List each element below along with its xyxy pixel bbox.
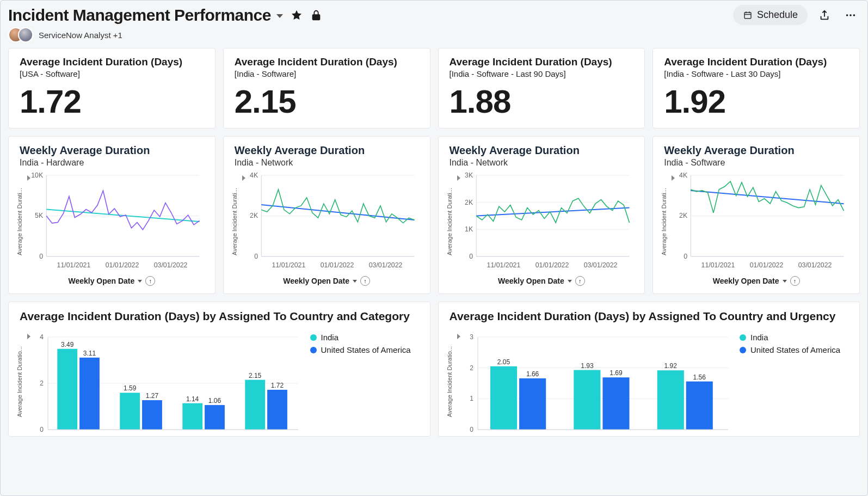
svg-text:1.92: 1.92 bbox=[664, 362, 677, 370]
mini-chart-area: Average Incident Durati... 02K4K 11/01/2… bbox=[235, 171, 419, 272]
expand-icon[interactable] bbox=[27, 175, 30, 181]
svg-rect-88 bbox=[686, 382, 712, 430]
kpi-title: Average Incident Duration (Days) bbox=[235, 56, 419, 68]
kpi-card[interactable]: Average Incident Duration (Days) [India … bbox=[223, 48, 430, 128]
svg-point-1 bbox=[846, 14, 848, 16]
page-title: Incident Management Performance bbox=[8, 6, 271, 25]
wide-chart-title: Average Incident Duration (Days) by Assi… bbox=[20, 310, 419, 323]
svg-point-3 bbox=[853, 14, 855, 16]
sort-asc-icon[interactable]: ↑ bbox=[575, 276, 585, 286]
legend-dot bbox=[740, 347, 746, 353]
svg-rect-57 bbox=[57, 349, 77, 430]
kpi-card[interactable]: Average Incident Duration (Days) [India … bbox=[438, 48, 645, 128]
mini-chart-area: Average Incident Durati... 05K10K 11/01/… bbox=[20, 171, 204, 272]
share-icon bbox=[818, 9, 830, 21]
share-button[interactable] bbox=[815, 6, 834, 25]
mini-chart-title: Weekly Average Duration bbox=[450, 144, 634, 157]
mini-chart-area: Average Incident Durati... 01K2K3K 11/01… bbox=[450, 171, 634, 272]
expand-icon[interactable] bbox=[242, 175, 245, 181]
mini-chart-card[interactable]: Weekly Average Duration India - Hardware… bbox=[8, 136, 216, 294]
lock-icon[interactable] bbox=[310, 9, 322, 21]
expand-icon[interactable] bbox=[457, 175, 460, 181]
wide-chart-card[interactable]: Average Incident Duration (Days) by Assi… bbox=[8, 302, 430, 437]
analyst-label: ServiceNow Analyst +1 bbox=[39, 30, 122, 40]
svg-rect-87 bbox=[602, 377, 629, 430]
svg-text:2: 2 bbox=[40, 379, 44, 387]
kpi-subtitle: [India - Software - Last 30 Days] bbox=[664, 69, 848, 78]
ellipsis-icon bbox=[845, 9, 857, 21]
svg-text:03/01/2022: 03/01/2022 bbox=[154, 261, 188, 269]
kpi-subtitle: [India - Software - Last 90 Days] bbox=[450, 69, 634, 78]
x-axis-label[interactable]: Weekly Open Date bbox=[68, 277, 134, 285]
wide-chart-card[interactable]: Average Incident Duration (Days) by Assi… bbox=[438, 302, 860, 437]
x-axis-label[interactable]: Weekly Open Date bbox=[498, 277, 564, 285]
legend-item[interactable]: India bbox=[740, 333, 848, 342]
mini-chart-footer: Weekly Open Date ↑ bbox=[20, 272, 204, 286]
svg-text:1.06: 1.06 bbox=[208, 397, 221, 405]
legend: IndiaUnited States of America bbox=[305, 327, 419, 436]
svg-text:0: 0 bbox=[254, 253, 258, 260]
mini-chart-title: Weekly Average Duration bbox=[664, 144, 848, 157]
kpi-card[interactable]: Average Incident Duration (Days) [USA - … bbox=[8, 48, 216, 128]
svg-point-2 bbox=[849, 14, 852, 16]
expand-icon[interactable] bbox=[27, 334, 30, 339]
star-icon[interactable] bbox=[291, 9, 303, 21]
svg-rect-64 bbox=[267, 390, 287, 430]
svg-text:10K: 10K bbox=[31, 172, 43, 179]
svg-text:2.05: 2.05 bbox=[497, 358, 510, 366]
x-axis-label[interactable]: Weekly Open Date bbox=[713, 277, 779, 285]
wide-chart-title: Average Incident Duration (Days) by Assi… bbox=[450, 310, 849, 323]
mini-chart-area: Average Incident Durati... 02K4K 11/01/2… bbox=[664, 171, 848, 272]
mini-chart-footer: Weekly Open Date ↑ bbox=[450, 272, 634, 286]
wide-chart-row: Average Incident Duration (Days) by Assi… bbox=[1, 302, 867, 444]
legend-item[interactable]: United States of America bbox=[740, 345, 848, 354]
legend-item[interactable]: United States of America bbox=[310, 345, 419, 354]
svg-text:1: 1 bbox=[470, 395, 473, 402]
title-dropdown[interactable]: Incident Management Performance bbox=[8, 6, 283, 25]
x-axis-label[interactable]: Weekly Open Date bbox=[283, 277, 349, 285]
svg-rect-83 bbox=[490, 366, 517, 430]
mini-chart-card[interactable]: Weekly Average Duration India - Software… bbox=[652, 136, 860, 294]
legend-dot bbox=[310, 347, 317, 353]
svg-text:3: 3 bbox=[470, 333, 473, 341]
svg-rect-84 bbox=[574, 370, 600, 430]
chevron-down-icon bbox=[783, 280, 787, 283]
kpi-card[interactable]: Average Incident Duration (Days) [India … bbox=[652, 48, 860, 128]
expand-icon[interactable] bbox=[672, 175, 675, 181]
kpi-title: Average Incident Duration (Days) bbox=[664, 56, 848, 68]
svg-text:3.49: 3.49 bbox=[61, 341, 74, 348]
svg-text:01/01/2022: 01/01/2022 bbox=[750, 261, 784, 269]
svg-text:03/01/2022: 03/01/2022 bbox=[368, 261, 402, 269]
legend-label: India bbox=[750, 333, 768, 342]
y-axis-label: Average Incident Durati... bbox=[16, 188, 23, 255]
schedule-button[interactable]: Schedule bbox=[733, 5, 808, 25]
svg-text:2.15: 2.15 bbox=[249, 372, 262, 379]
wide-chart-area: Average Incident Duratio... 0123 2.051.9… bbox=[450, 327, 735, 436]
sort-asc-icon[interactable]: ↑ bbox=[360, 276, 370, 286]
chevron-down-icon bbox=[276, 14, 283, 18]
svg-text:0: 0 bbox=[469, 253, 473, 260]
mini-chart-card[interactable]: Weekly Average Duration India - Network … bbox=[223, 136, 430, 294]
svg-text:0: 0 bbox=[39, 253, 43, 260]
svg-text:1.69: 1.69 bbox=[610, 369, 623, 377]
svg-rect-86 bbox=[519, 378, 546, 430]
expand-icon[interactable] bbox=[457, 334, 460, 339]
svg-text:1.93: 1.93 bbox=[581, 362, 594, 370]
sort-asc-icon[interactable]: ↑ bbox=[145, 276, 155, 286]
svg-text:0: 0 bbox=[684, 253, 688, 260]
mini-chart-subtitle: India - Hardware bbox=[20, 158, 204, 168]
y-axis-label: Average Incident Duratio... bbox=[446, 346, 453, 417]
chevron-down-icon bbox=[353, 280, 357, 283]
svg-rect-0 bbox=[744, 12, 751, 18]
mini-chart-card[interactable]: Weekly Average Duration India - Network … bbox=[438, 136, 645, 294]
avatar-group[interactable] bbox=[8, 27, 33, 42]
svg-text:1.59: 1.59 bbox=[124, 384, 137, 392]
header: Incident Management Performance Schedule bbox=[1, 1, 867, 25]
schedule-icon bbox=[743, 10, 753, 20]
mini-chart-title: Weekly Average Duration bbox=[20, 144, 204, 157]
more-button[interactable] bbox=[841, 6, 860, 25]
svg-text:03/01/2022: 03/01/2022 bbox=[798, 261, 832, 269]
legend-item[interactable]: India bbox=[310, 333, 419, 342]
y-axis-label: Average Incident Durati... bbox=[446, 188, 453, 255]
sort-asc-icon[interactable]: ↑ bbox=[790, 276, 800, 286]
